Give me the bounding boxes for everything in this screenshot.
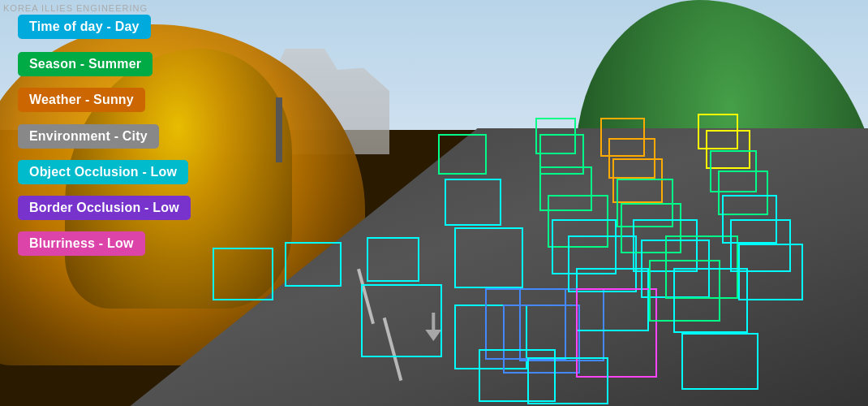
- bbox-b7: [454, 227, 523, 288]
- bbox-b29: [673, 268, 748, 333]
- bbox-b3: [367, 237, 419, 282]
- bbox-b30: [681, 333, 758, 390]
- bbox-b39: [527, 357, 608, 404]
- label-season: Season - Summer: [18, 52, 153, 76]
- bbox-b6: [445, 179, 501, 226]
- label-environment: Environment - City: [18, 124, 159, 149]
- traffic-light: [276, 97, 282, 162]
- label-blurriness: Blurriness - Low: [18, 231, 145, 256]
- label-weather: Weather - Sunny: [18, 88, 145, 112]
- label-time-of-day: Time of day - Day: [18, 15, 151, 39]
- bbox-b2: [285, 242, 342, 287]
- label-border-occlusion: Border Occlusion - Low: [18, 196, 191, 220]
- watermark: KOREA ILLIES ENGINEERING: [3, 3, 148, 13]
- bbox-b4: [361, 284, 442, 357]
- label-object-occlusion: Object Occlusion - Low: [18, 160, 188, 184]
- scene-container: KOREA ILLIES ENGINEERING Time of day - D…: [0, 0, 868, 406]
- bbox-b1: [213, 248, 273, 300]
- bbox-b37: [738, 244, 803, 300]
- bbox-b5: [438, 134, 487, 175]
